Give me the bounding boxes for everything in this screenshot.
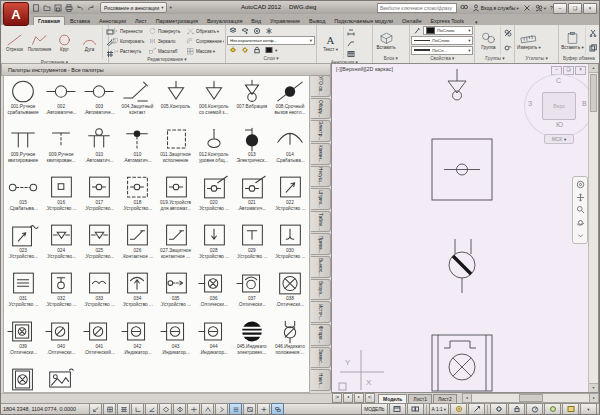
- open-file-button[interactable]: [42, 3, 52, 13]
- symbol-lamp-fixture[interactable]: [432, 335, 492, 391]
- palette-item-046[interactable]: 046.Индикатоположения ...: [271, 319, 309, 367]
- palette-item-001[interactable]: 001.Ручноесрабатывание: [4, 79, 42, 127]
- palette-item-038[interactable]: 038.Оптически...: [271, 271, 309, 319]
- toggle-lineweight[interactable]: [229, 403, 242, 415]
- group-button[interactable]: Группа: [476, 26, 500, 55]
- palette-item-028[interactable]: 028.Устройство ...: [195, 223, 233, 271]
- palette-tab-5[interactable]: Несущ...: [311, 166, 331, 188]
- palette-tab-13[interactable]: Замес...: [311, 347, 331, 369]
- vertical-scrollbar[interactable]: ▴ ▾: [588, 64, 598, 392]
- toggle-dynamic-ucs[interactable]: [201, 403, 214, 415]
- toggle-dynamic-input[interactable]: [215, 403, 228, 415]
- layout-tab-лист2[interactable]: Лист2: [433, 394, 457, 403]
- palette-item-017[interactable]: 017.Устройство...: [80, 175, 118, 223]
- ribbon-tab-6[interactable]: Визуализация: [203, 17, 246, 26]
- ribbon-tab-10[interactable]: Подключаемые модули: [330, 17, 397, 26]
- chevron-down-icon[interactable]: ▾: [275, 48, 277, 53]
- lineweight-dropdown[interactable]: ПоСл...▾: [411, 46, 473, 55]
- palette-item-025[interactable]: 025.Устройство...: [80, 223, 118, 271]
- isolate-objects-button[interactable]: [544, 403, 561, 415]
- palette-tab-10[interactable]: Визуа...: [311, 279, 331, 301]
- orbit-icon[interactable]: [576, 218, 585, 227]
- palette-item-022[interactable]: 022.Устройство ...: [271, 175, 309, 223]
- steering-wheel-icon[interactable]: [576, 180, 585, 189]
- help-search-input[interactable]: [377, 3, 457, 13]
- restore-button[interactable]: ❏: [568, 3, 582, 14]
- palette-item-007[interactable]: 007.Вибрация: [233, 79, 271, 127]
- ribbon-tab-4[interactable]: Лист: [131, 17, 151, 26]
- workspace-switcher[interactable]: Рисование и аннотации ▾: [100, 2, 167, 13]
- ribbon-tab-2[interactable]: Вставка: [66, 17, 94, 26]
- symbol-device-box[interactable]: [432, 139, 492, 200]
- toggle-selection-cycling[interactable]: [271, 403, 284, 415]
- leader-tool-icon[interactable]: [345, 37, 356, 48]
- horizontal-scrollbar[interactable]: ◂ ▸: [462, 394, 599, 402]
- viewcube-north[interactable]: С: [556, 77, 561, 84]
- close-button[interactable]: ×: [583, 3, 597, 14]
- layer-freeze-icon[interactable]: [263, 26, 274, 37]
- symbol-vibration-sensor[interactable]: [448, 69, 466, 100]
- toggle-object-snap-3d[interactable]: [173, 403, 186, 415]
- measure-button[interactable]: Измерить ▾: [516, 26, 541, 55]
- scroll-left-arrow[interactable]: ◂: [462, 393, 472, 403]
- ribbon-tab-8[interactable]: Управление: [266, 17, 304, 26]
- toggle-snap-mode[interactable]: [103, 403, 116, 415]
- palette-item-010[interactable]: 010.Автоматич...: [118, 127, 156, 175]
- palette-item-009[interactable]: 009.Ручноеквитирован...: [42, 127, 80, 175]
- palette-item-045[interactable]: 045.Индикатоэлектромех...: [233, 319, 271, 367]
- palette-item-043[interactable]: 043.Индикатор...: [157, 319, 195, 367]
- group-edit-icon[interactable]: [502, 42, 513, 53]
- palette-tab-2[interactable]: Обору...: [311, 98, 331, 120]
- ribbon-button-rotate[interactable]: Повернуть: [148, 26, 186, 36]
- toggle-object-snap-tracking[interactable]: [187, 403, 200, 415]
- search-button[interactable]: [459, 4, 469, 13]
- panel-label-modify[interactable]: Редактирование ▾: [109, 56, 225, 63]
- hardware-acceleration-button[interactable]: [526, 403, 543, 415]
- palette-tab-11[interactable]: Источ...: [311, 301, 331, 323]
- layout-tab-лист1[interactable]: Лист1: [408, 394, 432, 403]
- linetype-dropdown[interactable]: ПоСлою▾: [411, 36, 473, 45]
- palette-item-018[interactable]: 018.Устройство...: [118, 175, 156, 223]
- palette-tab-8[interactable]: Прива...: [311, 233, 331, 255]
- ribbon-button-array[interactable]: Массив▾: [186, 46, 224, 56]
- palette-item-037[interactable]: 037.Оптически...: [233, 271, 271, 319]
- annotation-scale-button[interactable]: А 1:1▾: [429, 403, 449, 415]
- palette-item-014[interactable]: 014.Срабатыва...: [271, 127, 309, 175]
- zoom-icon[interactable]: [576, 205, 585, 214]
- application-menu-button[interactable]: A: [3, 2, 29, 26]
- palette-item-032[interactable]: 032.Устройство ...: [42, 271, 80, 319]
- model-space-button[interactable]: МОДЕЛЬ: [361, 403, 387, 415]
- palette-item-008[interactable]: 008.Срочныйвызов неотл...: [271, 79, 309, 127]
- palette-item-019[interactable]: 019.Устройствдля автомат...: [157, 175, 195, 223]
- horizontal-scroll-thumb[interactable]: [519, 394, 543, 402]
- palette-item-016[interactable]: 016.Устройство ...: [42, 175, 80, 223]
- pan-icon[interactable]: [576, 193, 585, 202]
- palette-item-036[interactable]: 036.Оптически...: [195, 271, 233, 319]
- color-dropdown[interactable]: ПоСлою▾: [423, 26, 473, 35]
- scroll-down-arrow[interactable]: ▾: [589, 383, 598, 392]
- ribbon-button-fillet[interactable]: Сопряжение▾: [186, 36, 224, 46]
- annotation-visibility-button[interactable]: [450, 403, 467, 415]
- ribbon-button-mirror[interactable]: Зеркало: [148, 36, 186, 46]
- ribbon-button-stretch[interactable]: Растянуть: [110, 46, 148, 56]
- ribbon-tab-11[interactable]: Онлайн: [398, 17, 425, 26]
- ribbon-tab-3[interactable]: Аннотации: [95, 17, 130, 26]
- palette-item-039[interactable]: 039.Оптически...: [4, 319, 42, 367]
- palette-item-027[interactable]: 027.Защитноеконтактное ...: [157, 223, 195, 271]
- panel-label-properties[interactable]: Свойства ▾: [410, 55, 474, 63]
- vertical-scroll-thumb[interactable]: [590, 74, 597, 112]
- ribbon-button-trim[interactable]: Обрезать▾: [186, 26, 224, 36]
- bulb-on-icon[interactable]: [227, 45, 238, 56]
- palette-item-003[interactable]: 003.Автоматиче...: [80, 79, 118, 127]
- copy-clip-icon[interactable]: [587, 42, 598, 53]
- palette-tab-6[interactable]: Штрих...: [311, 188, 331, 210]
- palette-item-044[interactable]: 044.Индикатор...: [195, 319, 233, 367]
- cut-icon[interactable]: [587, 28, 598, 39]
- autoscale-button[interactable]: [468, 403, 485, 415]
- palette-item-020[interactable]: 020.Устройство ...: [195, 175, 233, 223]
- toggle-grid-display[interactable]: [117, 403, 130, 415]
- palette-item-023[interactable]: 023.Устройство...: [4, 223, 42, 271]
- palette-item-009[interactable]: 009.Ручноеквитирование: [4, 127, 42, 175]
- palette-item-004[interactable]: 004.Защитныйконтакт: [118, 79, 156, 127]
- ribbon-button-move[interactable]: Перенести: [110, 26, 148, 36]
